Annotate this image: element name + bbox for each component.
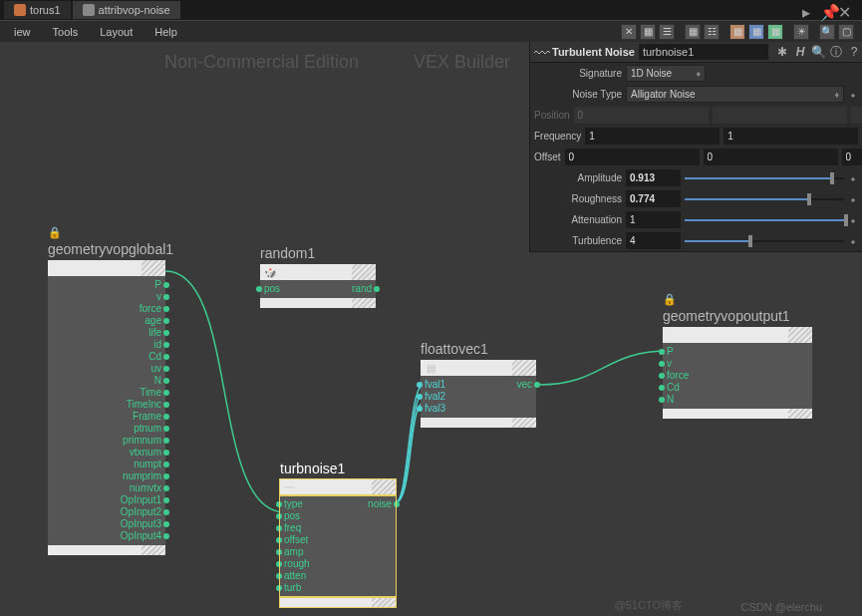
port-vtxnum[interactable]: vtxnum — [126, 447, 161, 459]
search-icon[interactable]: 🔍 — [810, 44, 826, 60]
port-amp[interactable]: amp — [284, 546, 307, 558]
grid-icon[interactable]: ▦ — [685, 24, 701, 40]
list-icon[interactable]: ☷ — [704, 24, 719, 40]
tab-torus[interactable]: torus1 — [4, 1, 71, 19]
port-pos[interactable]: pos — [264, 283, 284, 295]
sun-icon[interactable]: ☀ — [793, 24, 809, 40]
port-rand[interactable]: rand — [348, 283, 372, 295]
pin-icon[interactable]: 📌 — [820, 3, 834, 17]
port-fval2[interactable]: fval2 — [425, 391, 449, 403]
port-primnum[interactable]: primnum — [119, 435, 161, 447]
noisetype-select[interactable]: Alligator Noise♦ — [626, 86, 844, 103]
attenuation-slider[interactable] — [685, 213, 844, 227]
offset-input-x[interactable] — [565, 149, 700, 165]
port-v[interactable]: v — [152, 291, 161, 303]
port-ptnum[interactable]: ptnum — [130, 423, 161, 435]
port-force[interactable]: force — [136, 303, 161, 315]
port-OpInput4[interactable]: OpInput4 — [117, 530, 161, 542]
param-handle-icon[interactable]: ⬥ — [848, 214, 858, 225]
layout-2-icon[interactable]: ☰ — [659, 24, 675, 40]
port-vec[interactable]: vec — [512, 379, 532, 391]
node-floattovec1[interactable]: floattovec1 ▤ fval1vecfval2fval3 — [421, 341, 536, 428]
position-input-y[interactable] — [713, 107, 847, 124]
node-geometryvopglobal1[interactable]: 🔒 geometryvopglobal1 PvforceagelifeidCdu… — [48, 226, 165, 555]
menu-layout[interactable]: Layout — [90, 23, 143, 41]
roughness-slider[interactable] — [685, 192, 844, 206]
attenuation-input[interactable] — [626, 211, 681, 228]
menu-view[interactable]: iew — [4, 23, 41, 41]
param-label-offset: Offset — [534, 152, 561, 162]
port-Frame[interactable]: Frame — [129, 411, 161, 423]
port-noise[interactable]: noise — [364, 498, 392, 510]
port-Cd[interactable]: Cd — [144, 351, 161, 363]
port-force[interactable]: force — [667, 370, 693, 382]
frequency-input-x[interactable] — [585, 128, 719, 145]
port-life[interactable]: life — [144, 327, 161, 339]
turbulence-input[interactable] — [626, 232, 681, 249]
search-icon[interactable]: 🔍 — [819, 24, 835, 40]
param-handle-icon[interactable]: ⬥ — [848, 172, 858, 183]
menu-help[interactable]: Help — [144, 23, 187, 41]
port-Time[interactable]: Time — [136, 387, 161, 399]
port-type[interactable]: type — [284, 498, 307, 510]
param-label-noisetype: Noise Type — [534, 89, 622, 100]
help-icon[interactable]: ? — [846, 44, 862, 60]
port-turb[interactable]: turb — [284, 582, 305, 594]
menu-tools[interactable]: Tools — [43, 23, 89, 41]
network-canvas[interactable]: Non-Commercial Edition VEX Builder 🔒 geo… — [0, 42, 862, 616]
position-input-x[interactable] — [574, 107, 709, 124]
offset-input-z[interactable] — [842, 149, 863, 165]
palette-1-icon[interactable]: ▦ — [729, 24, 745, 40]
menu-bar: iew Tools Layout Help ✕ ▦ ☰ ▦ ☷ ▦ ▦ ▦ ☀ … — [0, 20, 862, 42]
param-handle-icon[interactable]: ⬥ — [848, 193, 858, 204]
port-rough[interactable]: rough — [284, 558, 314, 570]
port-v[interactable]: v — [667, 358, 676, 370]
port-numpt[interactable]: numpt — [130, 459, 161, 470]
gear-icon[interactable]: ✱ — [774, 44, 790, 60]
port-OpInput3[interactable]: OpInput3 — [117, 518, 161, 530]
frequency-input-y[interactable] — [723, 128, 858, 145]
param-handle-icon[interactable]: ⬥ — [848, 235, 858, 246]
port-freq[interactable]: freq — [284, 522, 305, 534]
palette-2-icon[interactable]: ▦ — [748, 24, 764, 40]
wrench-icon[interactable]: ✕ — [621, 24, 637, 40]
port-OpInput2[interactable]: OpInput2 — [117, 506, 161, 518]
amplitude-slider[interactable] — [685, 171, 844, 185]
node-geometryvopoutput1[interactable]: 🔒 geometryvopoutput1 PvforceCdN — [663, 293, 812, 419]
port-numvtx[interactable]: numvtx — [126, 482, 161, 494]
port-fval3[interactable]: fval3 — [425, 403, 449, 415]
node-turbnoise1[interactable]: turbnoise1 〰 typenoiseposfreqoffsetampro… — [280, 461, 396, 607]
layout-1-icon[interactable]: ▦ — [640, 24, 656, 40]
amplitude-input[interactable] — [626, 169, 681, 186]
port-P[interactable]: P — [667, 346, 678, 358]
port-pos[interactable]: pos — [284, 510, 304, 522]
port-uv[interactable]: uv — [146, 363, 161, 375]
port-N[interactable]: N — [667, 394, 678, 406]
position-input-z[interactable] — [851, 107, 862, 124]
h-icon[interactable]: H — [792, 44, 808, 60]
layout-pane-icon[interactable]: ▸ — [802, 3, 816, 17]
port-id[interactable]: id — [149, 339, 161, 351]
port-fval1[interactable]: fval1 — [425, 379, 449, 391]
view-icon[interactable]: ▢ — [838, 24, 854, 40]
port-offset[interactable]: offset — [284, 534, 312, 546]
port-Cd[interactable]: Cd — [667, 382, 684, 394]
port-atten[interactable]: atten — [284, 570, 310, 582]
tab-attribvop[interactable]: attribvop-noise — [73, 1, 180, 19]
node-random1[interactable]: random1 🎲 pos rand — [260, 245, 376, 308]
info-icon[interactable]: ⓘ — [828, 44, 844, 60]
param-handle-icon[interactable]: ⬥ — [848, 89, 858, 100]
port-P[interactable]: P — [150, 279, 161, 291]
turbulence-slider[interactable] — [685, 234, 844, 248]
node-name-field[interactable]: turbnoise1 — [639, 44, 768, 60]
offset-input-y[interactable] — [704, 149, 838, 165]
close-icon[interactable]: ✕ — [838, 3, 852, 17]
port-OpInput1[interactable]: OpInput1 — [117, 494, 161, 506]
palette-3-icon[interactable]: ▦ — [767, 24, 783, 40]
port-TimeInc[interactable]: TimeInc — [123, 399, 161, 411]
signature-select[interactable]: 1D Noise♦ — [626, 65, 706, 82]
port-age[interactable]: age — [141, 315, 161, 327]
roughness-input[interactable] — [626, 190, 681, 207]
port-numprim[interactable]: numprim — [119, 470, 161, 482]
port-N[interactable]: N — [150, 375, 161, 387]
